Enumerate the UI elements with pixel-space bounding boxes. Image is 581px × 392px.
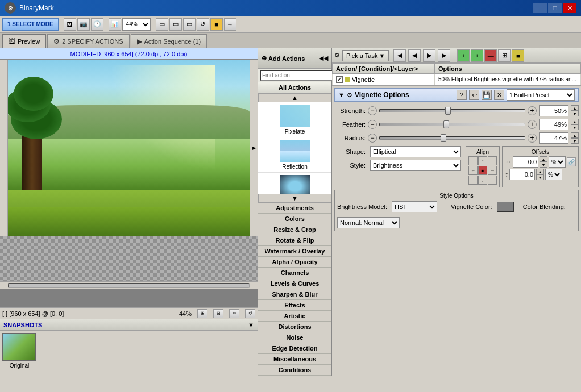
camera-btn[interactable]: 📷 <box>77 18 90 31</box>
save-button[interactable]: 💾 <box>482 90 492 100</box>
radius-spin-down[interactable]: ▼ <box>571 138 579 144</box>
feather-slider-track[interactable] <box>379 123 525 126</box>
align-ml[interactable]: ← <box>468 166 478 175</box>
action-item-pixelate[interactable]: Pixelate <box>258 102 331 137</box>
add-green-btn[interactable]: + <box>457 49 470 62</box>
nav-left2-btn[interactable]: ◀ <box>408 49 421 62</box>
maximize-button[interactable]: □ <box>548 3 562 13</box>
offset-x-down[interactable]: ▼ <box>540 162 547 168</box>
actions-scroll[interactable]: Pixelate Reflection Vignette <box>258 102 331 194</box>
strength-minus-btn[interactable]: − <box>368 106 377 115</box>
action-item-reflection[interactable]: Reflection <box>258 137 331 173</box>
strength-thumb[interactable] <box>445 107 451 115</box>
category-channels[interactable]: Channels <box>258 268 331 278</box>
category-levels[interactable]: Levels & Curves <box>258 278 331 289</box>
snapshot-item[interactable]: Original <box>2 333 36 369</box>
align-mc[interactable]: ■ <box>478 166 487 175</box>
link-xy-btn[interactable]: 🔗 <box>567 157 576 166</box>
rect2-btn[interactable]: ▭ <box>169 18 182 31</box>
category-edge[interactable]: Edge Detection <box>258 343 331 354</box>
radius-input[interactable] <box>539 132 568 144</box>
color-btn[interactable]: ■ <box>210 18 223 31</box>
action-item-vignette[interactable]: Vignette <box>258 173 331 194</box>
radius-spin-up[interactable]: ▲ <box>571 132 579 138</box>
nav-right2-btn[interactable]: ▶ <box>438 49 450 62</box>
reset-btn[interactable]: ↺ <box>245 309 255 318</box>
align-tc[interactable]: ↑ <box>478 156 487 165</box>
offset-y-down[interactable]: ▼ <box>536 174 544 180</box>
arrow-btn[interactable]: → <box>224 18 236 31</box>
category-noise[interactable]: Noise <box>258 332 331 343</box>
select-mode-button[interactable]: 1 SELECT MODE <box>2 18 59 31</box>
strength-plus-btn[interactable]: + <box>528 106 537 115</box>
row-checkbox[interactable]: ✓ <box>336 76 343 83</box>
align-tr[interactable] <box>488 156 497 165</box>
grid-btn[interactable]: ⊟ <box>213 309 223 318</box>
offset-x-input[interactable] <box>513 156 538 168</box>
nav-left-btn[interactable]: ◀ <box>393 49 406 62</box>
align-br[interactable] <box>488 176 497 185</box>
table-row[interactable]: ✓ Vignette 50% Elliptical Brightness vig… <box>333 74 581 85</box>
category-artistic[interactable]: Artistic <box>258 311 331 322</box>
category-rotate[interactable]: Rotate & Flip <box>258 235 331 246</box>
category-adjustments[interactable]: Adjustments <box>258 203 331 214</box>
category-alpha[interactable]: Alpha / Opacity <box>258 257 331 268</box>
close-button[interactable]: ✕ <box>563 3 576 13</box>
align-bc[interactable]: ↓ <box>478 176 487 185</box>
offset-x-unit[interactable]: % px <box>549 156 566 168</box>
offset-y-input[interactable] <box>509 169 535 180</box>
category-misc[interactable]: Miscellaneous <box>258 354 331 365</box>
brightness-model-select[interactable]: HSI HSL HSV <box>392 201 437 212</box>
add-actions-button[interactable]: ⊕ Add Actions <box>262 55 305 62</box>
rect-btn[interactable]: ▭ <box>156 18 168 31</box>
refresh-btn[interactable]: ↺ <box>197 18 209 31</box>
shape-select[interactable]: Elliptical Rectangular Diamond <box>370 146 461 157</box>
radius-thumb[interactable] <box>441 134 446 142</box>
category-resize[interactable]: Resize & Crop <box>258 224 331 235</box>
feather-input[interactable] <box>539 119 568 130</box>
category-colors[interactable]: Colors <box>258 214 331 224</box>
radius-plus-btn[interactable]: + <box>528 134 537 143</box>
snapshots-header[interactable]: SNAPSHOTS ▼ <box>0 319 258 331</box>
undo-button[interactable]: ↩ <box>469 90 479 100</box>
add-green2-btn[interactable]: + <box>471 49 483 62</box>
image-btn[interactable]: 🖼 <box>64 18 76 31</box>
feather-spin-down[interactable]: ▼ <box>571 124 579 130</box>
offset-y-unit[interactable]: % px <box>545 169 562 180</box>
edit-btn[interactable]: ✏ <box>229 309 239 318</box>
red-btn[interactable]: — <box>484 49 497 62</box>
offset-y-up[interactable]: ▲ <box>536 169 544 174</box>
feather-plus-btn[interactable]: + <box>528 120 537 129</box>
category-distortions[interactable]: Distortions <box>258 322 331 332</box>
feather-thumb[interactable] <box>443 120 449 128</box>
tab-preview[interactable]: 🖼 Preview <box>2 34 46 48</box>
strength-spin-down[interactable]: ▼ <box>571 111 579 116</box>
strength-input[interactable] <box>539 105 568 116</box>
pick-task-button[interactable]: Pick a Task ▼ <box>342 50 389 61</box>
feather-spin-up[interactable]: ▲ <box>571 119 579 124</box>
tab-sequence[interactable]: ▶ Action Sequence (1) <box>131 34 208 48</box>
category-conditions[interactable]: Conditions <box>258 365 331 376</box>
category-effects[interactable]: Effects <box>258 300 331 311</box>
radius-slider-track[interactable] <box>379 136 525 140</box>
offset-x-up[interactable]: ▲ <box>540 156 547 162</box>
close-vignette-button[interactable]: ✕ <box>494 90 504 100</box>
feather-minus-btn[interactable]: − <box>368 120 377 129</box>
tab-specify[interactable]: ⚙ 2 SPECIFY ACTIONS <box>47 34 129 48</box>
chart-btn[interactable]: 📊 <box>109 18 121 31</box>
yellow-btn[interactable]: ■ <box>512 49 524 62</box>
scroll-up-btn[interactable]: ▲ <box>258 93 331 102</box>
radius-minus-btn[interactable]: − <box>368 134 377 143</box>
collapse-icon[interactable]: ▼ <box>338 91 345 98</box>
color-blending-select[interactable]: Normal: Normal <box>337 217 400 228</box>
preset-select[interactable]: 1 Built-in Preset <box>507 89 575 101</box>
strength-slider-track[interactable] <box>379 109 525 112</box>
copy-btn[interactable]: ⊞ <box>498 49 511 62</box>
vignette-color-swatch[interactable] <box>497 202 514 212</box>
align-bl[interactable] <box>468 176 478 185</box>
zoom-select[interactable]: 44% 100% <box>122 18 151 31</box>
nav-right-btn[interactable]: ▶ <box>423 49 435 62</box>
minimize-button[interactable]: — <box>533 3 547 13</box>
category-watermark[interactable]: Watermark / Overlay <box>258 246 331 257</box>
align-mr[interactable]: → <box>488 166 497 175</box>
